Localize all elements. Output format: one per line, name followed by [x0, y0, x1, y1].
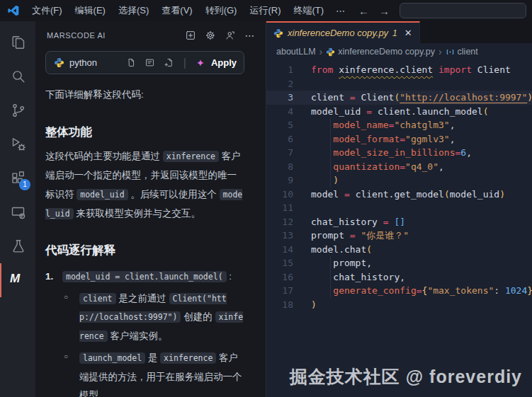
inline-code: model_uid [45, 189, 242, 219]
tab-bar: xinferenceDemo copy.py 1 ✕ [266, 21, 532, 43]
settings-gear-icon[interactable] [205, 30, 216, 41]
more-icon[interactable]: ⋯ [244, 30, 256, 41]
activity-item-run-debug[interactable] [0, 127, 35, 161]
code-line[interactable]: 12chat_history = [] [266, 215, 532, 229]
code-line[interactable]: 17 generate_config={"max_tokens": 1024} [266, 284, 532, 298]
activity-item-remote-explorer[interactable] [0, 195, 35, 229]
code-line[interactable]: 9 ) [266, 173, 532, 188]
line-text [293, 77, 311, 91]
line-text: model_name="chatglm3", [293, 118, 455, 132]
line-text: chat_history, [293, 270, 405, 284]
tab-xinferencedemo-copy[interactable]: xinferenceDemo copy.py 1 ✕ [266, 21, 420, 43]
tab-title: xinferenceDemo copy.py [288, 28, 388, 38]
code-line[interactable]: 4model_uid = client.launch_model( [266, 105, 532, 119]
menu-item[interactable]: 运行(R) [243, 2, 287, 19]
marscode-icon: M [10, 272, 27, 289]
line-text: generate_config={"max_tokens": 1024} [293, 284, 532, 298]
title-bar: 文件(F)编辑(E)选择(S)查看(V)转到(G)运行(R)终端(T) ⋯ ← … [0, 0, 532, 21]
copy-icon[interactable] [125, 57, 137, 69]
line-text: prompt = "你是谁？" [293, 229, 409, 243]
list-item: 1.model_uid = client.launch_model( :○cli… [45, 267, 244, 397]
line-text: chat_history = [] [293, 215, 405, 229]
panel-header-icons: ⋯ [185, 30, 256, 41]
python-icon [273, 28, 283, 38]
line-number: 12 [266, 215, 293, 229]
line-text: model_uid = client.launch_model( [293, 105, 488, 119]
code-line[interactable]: 18) [266, 298, 532, 312]
indent-guide [330, 132, 331, 146]
breadcrumb-item[interactable]: aboutLLM [276, 47, 316, 57]
line-text: ) [293, 298, 317, 312]
activity-item-explorer[interactable] [0, 25, 35, 59]
breadcrumb-item[interactable]: client [446, 47, 478, 57]
line-text [293, 201, 311, 215]
menu-item[interactable]: 文件(F) [26, 2, 69, 19]
line-number: 15 [266, 256, 293, 270]
menu-item[interactable]: 编辑(E) [69, 2, 112, 19]
code-line[interactable]: 3client = Client("http://localhost:9997"… [266, 91, 532, 105]
remote-icon [10, 204, 27, 221]
menu-item[interactable]: 转到(G) [199, 2, 244, 19]
tab-problems-badge: 1 [392, 28, 397, 38]
line-number: 17 [266, 284, 293, 298]
list-item-body: model_uid = client.launch_model( :○clien… [62, 267, 244, 397]
code-line[interactable]: 14model.chat( [266, 243, 532, 257]
apply-label: Apply [211, 57, 237, 68]
nav-forward-icon[interactable]: → [379, 5, 390, 17]
line-number: 11 [266, 201, 293, 215]
menu-item[interactable]: 选择(S) [112, 2, 155, 19]
apply-button[interactable]: ✦Apply [195, 57, 237, 69]
insert-at-cursor-icon[interactable] [145, 57, 156, 69]
new-file-icon[interactable] [164, 57, 175, 69]
divider: | [183, 57, 187, 69]
activity-item-source-control[interactable] [0, 93, 35, 127]
account-icon[interactable] [225, 30, 236, 41]
line-number: 7 [266, 146, 293, 160]
indent-guide [330, 146, 331, 160]
code-line[interactable]: 16 chat_history, [266, 270, 532, 284]
activity-item-extensions[interactable]: 1 [0, 161, 35, 195]
code-line[interactable]: 15 prompt, [266, 256, 532, 270]
activity-bar: 1M [0, 21, 35, 397]
nav-back-icon[interactable]: ← [358, 5, 369, 17]
activity-item-search[interactable] [0, 59, 35, 93]
menu-item[interactable]: 查看(V) [155, 2, 198, 19]
indent-guide [330, 284, 331, 298]
code-line[interactable]: 6 model_format="ggmlv3", [266, 132, 532, 146]
line-text: ) [293, 173, 339, 188]
intro-text: 下面详细解释这段代码: [45, 86, 244, 105]
activity-item-testing[interactable] [0, 229, 35, 263]
breadcrumb: aboutLLM›xinferenceDemo copy.py›client [266, 43, 532, 60]
line-number: 4 [266, 105, 293, 119]
list-item-lead: model_uid = client.launch_model( : [62, 267, 244, 287]
python-icon [53, 57, 64, 69]
code-line[interactable]: 2 [266, 77, 532, 91]
code-line[interactable]: 8 quantization="q4_0", [266, 160, 532, 174]
breadcrumb-label: client [458, 47, 478, 57]
workbench: 1M MARSCODE AI ⋯ python |✦Apply 下面详细解释这段… [0, 21, 532, 397]
inline-code: model_uid = client.launch_model( [62, 271, 227, 282]
code-line[interactable]: 13prompt = "你是谁？" [266, 229, 532, 243]
breadcrumb-item[interactable]: xinferenceDemo copy.py [326, 47, 435, 57]
code-line[interactable]: 5 model_name="chatglm3", [266, 118, 532, 132]
line-text: model = client.get_model(model_uid) [293, 188, 505, 202]
breadcrumb-label: aboutLLM [276, 47, 316, 57]
line-number: 16 [266, 270, 293, 284]
code-line[interactable]: 10model = client.get_model(model_uid) [266, 188, 532, 202]
indent-guide [330, 173, 331, 188]
code-line[interactable]: 1from xinference.client import Client [266, 63, 532, 77]
inline-code: xinference [160, 352, 216, 364]
codebar-actions: |✦Apply [125, 57, 237, 69]
close-icon[interactable]: ✕ [404, 28, 412, 38]
new-chat-icon[interactable] [185, 30, 196, 41]
sub-list-item: ○launch_model 是 xinference 客户端提供的方法，用于在服… [64, 349, 244, 397]
command-center-search-input[interactable] [400, 3, 526, 18]
code-line[interactable]: 7 model_size_in_billions=6, [266, 146, 532, 160]
code-editor[interactable]: 1from xinference.client import Client23c… [266, 60, 532, 397]
activity-item-marscode[interactable]: M [0, 263, 35, 297]
code-line[interactable]: 11 [266, 201, 532, 215]
menu-item[interactable]: 终端(T) [287, 2, 330, 19]
menu-overflow-icon[interactable]: ⋯ [330, 4, 351, 18]
inline-code: launch_model [79, 352, 145, 364]
paragraph: 这段代码的主要功能是通过 xinference 客户端启动一个指定的模型，并返回… [45, 147, 244, 223]
